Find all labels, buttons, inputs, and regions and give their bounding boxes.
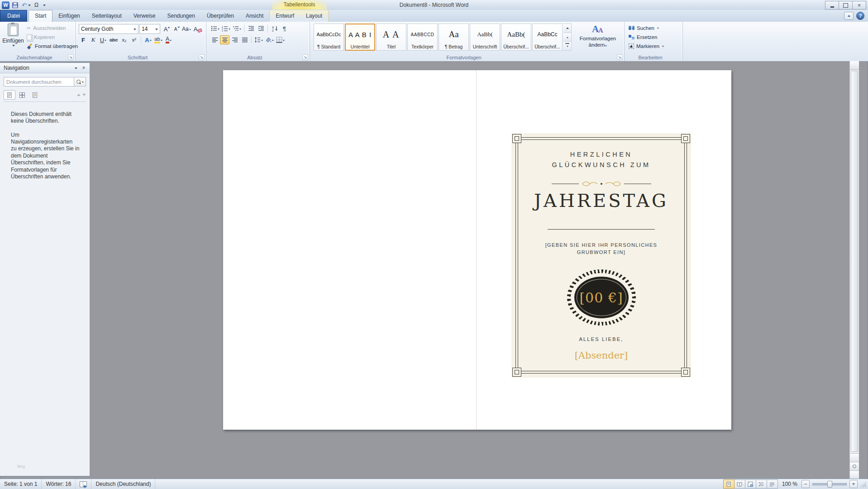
undo-button[interactable]: ↶: [21, 2, 32, 9]
styles-scroll-down-button[interactable]: [563, 33, 571, 42]
font-family-select[interactable]: Century Goth: [79, 24, 138, 34]
vertical-scrollbar[interactable]: [849, 61, 859, 479]
italic-button[interactable]: K: [89, 35, 98, 44]
previous-page-button[interactable]: [850, 453, 859, 462]
tab-einfuegen[interactable]: Einfügen: [52, 10, 86, 22]
tab-datei[interactable]: Datei: [0, 10, 27, 22]
font-size-select[interactable]: 14: [139, 24, 160, 34]
document-search-input[interactable]: [4, 77, 74, 86]
style-ueberschrift-2[interactable]: AaBbCcÜberschrif...: [532, 24, 563, 51]
paste-button[interactable]: Einfügen: [3, 23, 24, 52]
style-unterschrift[interactable]: AaBb(Unterschrift: [470, 24, 500, 51]
style-titel[interactable]: A ATitel: [376, 24, 406, 51]
copy-button[interactable]: Kopieren: [25, 33, 56, 41]
browse-headings-tab[interactable]: [4, 90, 15, 100]
amount-placeholder[interactable]: [00 €]: [579, 290, 623, 306]
previous-result-icon[interactable]: [77, 92, 81, 96]
superscript-button[interactable]: x²: [129, 35, 138, 44]
minimize-ribbon-button[interactable]: [844, 12, 854, 20]
find-button[interactable]: Suchen: [627, 24, 665, 32]
maximize-button[interactable]: [839, 1, 853, 10]
dialog-launcher-icon[interactable]: ↘: [302, 54, 308, 60]
tab-seitenlayout[interactable]: Seitenlayout: [86, 10, 128, 22]
print-layout-view-button[interactable]: [723, 479, 734, 489]
replace-button[interactable]: Ersetzen: [627, 33, 665, 41]
bold-button[interactable]: F: [79, 35, 88, 44]
save-button[interactable]: [11, 2, 19, 9]
style-standard[interactable]: AaBbCcDc¶ Standard: [314, 24, 344, 51]
dialog-launcher-icon[interactable]: ↘: [617, 54, 623, 60]
tab-ansicht[interactable]: Ansicht: [240, 10, 269, 22]
justify-button[interactable]: [240, 35, 249, 44]
language-indicator[interactable]: Deutsch (Deutschland): [91, 479, 155, 489]
multilevel-list-button[interactable]: [232, 24, 242, 33]
insert-symbol-button[interactable]: Ω: [33, 2, 39, 8]
amount-seal[interactable]: [00 €]: [567, 269, 636, 326]
shrink-font-button[interactable]: A: [171, 24, 180, 34]
underline-button[interactable]: U: [99, 35, 108, 44]
scroll-up-button[interactable]: [850, 61, 859, 70]
minimize-button[interactable]: [825, 1, 839, 10]
borders-button[interactable]: [275, 35, 286, 44]
change-styles-button[interactable]: AA Formatvorlagen ändern: [576, 24, 620, 52]
highlight-color-button[interactable]: ab: [153, 35, 163, 44]
tab-start[interactable]: Start: [29, 10, 52, 22]
outline-view-button[interactable]: [756, 479, 767, 489]
style-untertitel[interactable]: A A B IUntertitel: [345, 24, 375, 51]
qat-customize-button[interactable]: [41, 3, 47, 7]
dialog-launcher-icon[interactable]: ↘: [199, 54, 205, 60]
page-count-indicator[interactable]: Seite: 1 von 1: [0, 479, 42, 489]
align-left-button[interactable]: [210, 35, 219, 44]
word-logo-icon[interactable]: W: [2, 1, 10, 9]
decrease-indent-button[interactable]: [246, 24, 256, 33]
format-painter-button[interactable]: Format übertragen: [25, 42, 79, 50]
zoom-out-button[interactable]: −: [801, 480, 810, 488]
show-paragraph-marks-button[interactable]: ¶: [280, 24, 289, 33]
proofing-status-button[interactable]: [76, 479, 91, 489]
strikethrough-button[interactable]: abe: [109, 35, 119, 44]
font-color-button[interactable]: A: [164, 35, 173, 44]
navigation-pane-close-button[interactable]: ×: [80, 64, 88, 72]
bullets-button[interactable]: [210, 24, 220, 33]
grow-font-button[interactable]: A: [161, 24, 170, 34]
sort-button[interactable]: AZ: [270, 24, 279, 33]
clear-formatting-button[interactable]: A: [193, 24, 203, 34]
scrollbar-thumb[interactable]: [851, 71, 858, 452]
zoom-slider-thumb[interactable]: [827, 481, 832, 488]
text-effects-button[interactable]: A: [143, 35, 153, 44]
align-right-button[interactable]: [230, 35, 239, 44]
zoom-slider[interactable]: [812, 480, 847, 488]
tab-layout[interactable]: Layout: [300, 10, 328, 22]
increase-indent-button[interactable]: [256, 24, 266, 33]
next-result-icon[interactable]: [82, 94, 86, 98]
shading-button[interactable]: [264, 35, 275, 44]
numbering-button[interactable]: 123: [221, 24, 231, 33]
styles-scroll-up-button[interactable]: [563, 24, 571, 33]
tab-verweise[interactable]: Verweise: [128, 10, 162, 22]
dialog-launcher-icon[interactable]: ↘: [68, 54, 74, 60]
zoom-in-button[interactable]: +: [849, 480, 858, 488]
help-button[interactable]: ?: [856, 12, 864, 20]
close-button[interactable]: ×: [852, 1, 866, 10]
next-page-button[interactable]: [850, 470, 859, 479]
line-spacing-button[interactable]: [253, 35, 264, 44]
select-button[interactable]: Markieren: [627, 42, 665, 50]
fullscreen-reading-view-button[interactable]: [734, 479, 745, 489]
subscript-button[interactable]: x₂: [119, 35, 129, 44]
zoom-level-button[interactable]: 100 %: [778, 481, 801, 487]
cut-button[interactable]: ✂Ausschneiden: [25, 24, 67, 32]
browse-pages-tab[interactable]: [16, 90, 28, 100]
browse-results-tab[interactable]: [29, 90, 41, 100]
web-layout-view-button[interactable]: [745, 479, 756, 489]
document-page[interactable]: HERZLICHENGLÜCKWUNSCH ZUM JAHRESTAG: [223, 70, 731, 430]
tab-entwurf[interactable]: Entwurf: [270, 10, 300, 22]
search-button[interactable]: [74, 77, 86, 86]
sender-placeholder[interactable]: [Absender]: [575, 350, 628, 361]
change-case-button[interactable]: Aa: [181, 24, 192, 34]
tab-ueberpruefen[interactable]: Überprüfen: [201, 10, 240, 22]
draft-view-button[interactable]: [767, 479, 778, 489]
greeting-placeholder[interactable]: [GEBEN SIE HIER IHR PERSONLICHESGRUBWORT…: [545, 241, 658, 256]
word-count-indicator[interactable]: Wörter: 16: [42, 479, 76, 489]
styles-more-button[interactable]: [563, 42, 571, 50]
tab-sendungen[interactable]: Sendungen: [161, 10, 200, 22]
